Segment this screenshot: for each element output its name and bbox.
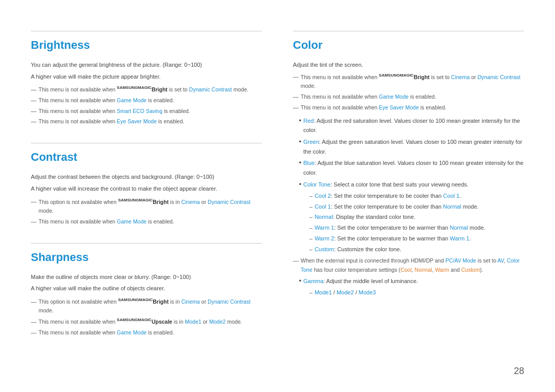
sharpness-note3: This menu is not available when Game Mod… xyxy=(31,328,262,338)
contrast-note1: This option is not available when SAMSUN… xyxy=(31,197,262,216)
color-tone-cool1: Cool 1: Set the color temperature to be … xyxy=(309,202,524,212)
contrast-title: Contrast xyxy=(31,143,262,164)
color-body: Adjust the tint of the screen. This menu… xyxy=(293,60,524,297)
brightness-body2: A higher value will make the picture app… xyxy=(31,72,262,82)
color-bullet-blue: Blue: Adjust the blue saturation level. … xyxy=(299,158,524,177)
color-warning-note: When the external input is connected thr… xyxy=(293,256,524,275)
color-section: Color Adjust the tint of the screen. Thi… xyxy=(293,31,524,297)
right-column: Color Adjust the tint of the screen. Thi… xyxy=(293,31,524,353)
color-title: Color xyxy=(293,31,524,52)
sharpness-section: Sharpness Make the outline of objects mo… xyxy=(31,243,262,338)
color-bullet-green: Green: Adjust the green saturation level… xyxy=(299,137,524,156)
color-bullet-gamma-wrapper: Gamma: Adjust the middle level of lumina… xyxy=(299,276,524,297)
sharpness-body1: Make the outline of objects more clear o… xyxy=(31,272,262,282)
color-tone-cool2: Cool 2: Set the color temperature to be … xyxy=(309,191,524,201)
contrast-body2: A higher value will increase the contras… xyxy=(31,184,262,194)
contrast-section: Contrast Adjust the contrast between the… xyxy=(31,143,262,226)
brightness-note2: This menu is not available when Game Mod… xyxy=(31,96,262,105)
color-note2: This menu is not available when Game Mod… xyxy=(293,92,524,102)
contrast-note2: This menu is not available when Game Mod… xyxy=(31,217,262,227)
gamma-subitems: Mode1 / Mode2 / Mode3 xyxy=(309,288,524,297)
brightness-note4: This menu is not available when Eye Save… xyxy=(31,117,262,126)
brightness-body1: You can adjust the general brightness of… xyxy=(31,60,262,70)
brightness-section: Brightness You can adjust the general br… xyxy=(31,31,262,126)
page-content: Brightness You can adjust the general br… xyxy=(0,0,555,374)
gamma-modes: Mode1 / Mode2 / Mode3 xyxy=(309,288,524,297)
contrast-body1: Adjust the contrast between the objects … xyxy=(31,172,262,182)
sharpness-body: Make the outline of objects more clear o… xyxy=(31,272,262,338)
sharpness-note2: This menu is not available when SAMSUNGM… xyxy=(31,316,262,326)
brightness-body: You can adjust the general brightness of… xyxy=(31,60,262,126)
sharpness-body2: A higher value will make the outline of … xyxy=(31,284,262,293)
color-tone-custom: Custom: Customize the color tone. xyxy=(309,245,524,254)
brightness-title: Brightness xyxy=(31,31,262,52)
color-tone-warm2: Warm 2: Set the color temperature to be … xyxy=(309,234,524,244)
color-body1: Adjust the tint of the screen. xyxy=(293,60,524,70)
color-note3: This menu is not available when Eye Save… xyxy=(293,103,524,113)
color-note1: This menu is not available when SAMSUNGM… xyxy=(293,72,524,91)
brightness-note3: This menu is not available when Smart EC… xyxy=(31,106,262,116)
color-tone-warm1: Warm 1: Set the color temperature to be … xyxy=(309,223,524,233)
sharpness-note1: This option is not available when SAMSUN… xyxy=(31,296,262,315)
color-tone-subitems: Cool 2: Set the color temperature to be … xyxy=(309,191,524,254)
contrast-body: Adjust the contrast between the objects … xyxy=(31,172,262,226)
left-column: Brightness You can adjust the general br… xyxy=(31,31,262,353)
color-bullet-colortone: Color Tone: Select a color tone that bes… xyxy=(299,179,524,190)
page-number: 28 xyxy=(514,366,524,377)
color-bullet-red: Red: Adjust the red saturation level. Va… xyxy=(299,116,524,135)
color-tone-normal: Normal: Display the standard color tone. xyxy=(309,212,524,222)
brightness-note1: This menu is not available when SAMSUNGM… xyxy=(31,84,262,94)
color-bullet-colortone-wrapper: Color Tone: Select a color tone that bes… xyxy=(299,179,524,254)
sharpness-title: Sharpness xyxy=(31,243,262,264)
color-bullet-gamma: Gamma: Adjust the middle level of lumina… xyxy=(299,276,524,286)
